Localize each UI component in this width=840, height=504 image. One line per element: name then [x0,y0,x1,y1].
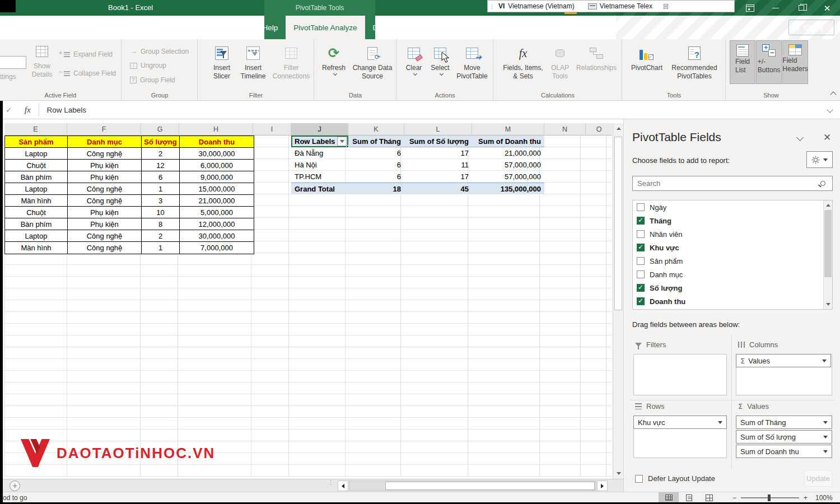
pivot-cell-sum-doanh-thu[interactable]: 21,000,000 [472,147,544,159]
rows-area-item-khu-vuc[interactable]: Khu vực [633,416,727,429]
ribbon-tab[interactable]: age Layout [0,16,53,39]
group-selection-button[interactable]: → Group Selection [130,47,189,55]
relationships-button[interactable]: Relationships [572,44,620,72]
field-item[interactable]: Tháng [633,214,832,227]
pivot-cell-sum-so-luong[interactable]: 17 [404,171,472,183]
pivot-cell-sum-thang[interactable]: 6 [348,147,404,159]
language-code[interactable]: VI [498,2,505,10]
olap-tools-button[interactable]: OLAP Tools [548,44,572,81]
fields-items-sets-button[interactable]: fx Fields, Items, & Sets [498,44,548,81]
pivot-cell-sum-doanh-thu[interactable]: 57,000,000 [472,159,544,171]
source-header-cell[interactable]: Danh mục [68,136,142,148]
cell-danh-muc[interactable]: Công nghệ [68,195,142,207]
values-area-item[interactable]: Sum of Số lượng [736,430,832,444]
horizontal-scrollbar[interactable] [349,480,596,491]
cell-so-luong[interactable]: 1 [142,242,180,254]
cell-danh-muc[interactable]: Phụ kiện [68,218,142,230]
pivot-cell-region[interactable]: Đà Nẵng [291,147,348,159]
language-bar-grip-icon[interactable]: ⋮ [489,3,495,10]
cell-danh-muc[interactable]: Phụ kiện [68,207,142,218]
ime-name[interactable]: Vietnamese Telex [600,2,652,10]
page-layout-view-button[interactable] [679,492,699,503]
ribbon-tab[interactable]: View [172,16,204,39]
field-checkbox[interactable] [637,244,645,251]
ribbon-tab[interactable]: Data [100,16,132,39]
insert-function-icon[interactable]: fx [25,105,31,115]
cell-so-luong[interactable]: 1 [142,183,180,195]
cell-doanh-thu[interactable]: 21,000,000 [180,195,254,207]
cell-san-pham[interactable]: Laptop [5,183,68,195]
column-header[interactable]: E [4,123,67,136]
cell-danh-muc[interactable]: Phụ kiện [68,171,142,183]
column-header[interactable]: J [291,123,348,136]
pivot-cell-region[interactable]: TP.HCM [291,171,348,183]
cell-doanh-thu[interactable]: 15,000,000 [180,183,254,195]
zoom-level[interactable]: 100% [815,494,833,502]
field-list-scrollbar-thumb[interactable] [824,210,832,277]
cell-doanh-thu[interactable]: 9,000,000 [180,171,254,183]
cell-san-pham[interactable]: Màn hình [5,195,68,207]
pane-options-chevron-icon[interactable] [796,134,804,141]
pivot-cell-sum-so-luong[interactable]: 11 [404,159,472,171]
zoom-slider[interactable] [741,497,799,498]
filter-connections-button[interactable]: Filter Connections [270,44,312,81]
field-item[interactable]: Doanh thu [633,295,832,308]
close-button[interactable]: ✕ [814,0,840,16]
grand-total-cell[interactable]: 45 [404,183,472,194]
ribbon-tab[interactable]: Formulas [53,16,100,39]
cell-so-luong[interactable]: 6 [142,171,180,183]
field-checkbox[interactable] [637,217,645,225]
pivot-cell-sum-doanh-thu[interactable]: 57,000,000 [472,171,544,183]
ribbon-tab[interactable]: Review [132,16,172,39]
row-labels-filter-dropdown[interactable] [337,137,347,146]
column-header[interactable]: L [404,123,472,136]
filters-area-box[interactable] [633,354,727,395]
item-dropdown-icon[interactable] [823,421,828,424]
column-header[interactable]: O [586,123,612,136]
formula-bar-value[interactable]: Row Labels [47,106,828,114]
cell-san-pham[interactable]: Màn hình [5,242,68,254]
field-list-toggle[interactable]: Field List [730,40,755,84]
cell-danh-muc[interactable]: Công nghệ [68,242,142,254]
recommended-pivottables-button[interactable]: Recommended PivotTables [666,44,722,81]
column-header[interactable]: K [348,123,404,136]
plus-minus-buttons-toggle[interactable]: +− +/- Buttons [756,40,782,84]
column-header[interactable]: F [67,123,141,136]
scroll-left-button[interactable] [338,480,348,491]
field-item[interactable]: Danh mục [633,268,832,281]
change-data-source-button[interactable]: ⟳ Change Data Source [348,44,396,81]
pivot-cell-region[interactable]: Hà Nội [291,159,348,171]
column-header[interactable]: H [179,123,253,136]
field-item[interactable]: Ngày [633,200,832,214]
field-item[interactable]: Số lượng [633,281,832,295]
scroll-right-button[interactable] [597,480,608,491]
cell-san-pham[interactable]: Chuột [5,207,68,218]
formula-bar-expand-icon[interactable] [827,106,833,113]
pivotchart-button[interactable]: PivotChart [627,44,666,72]
collapse-ribbon-button[interactable] [830,91,836,97]
cell-san-pham[interactable]: Laptop [5,230,68,242]
cell-so-luong[interactable]: 8 [142,218,180,230]
source-header-cell[interactable]: Sản phẩm [5,136,68,148]
tools-gear-button[interactable] [806,151,833,168]
column-header[interactable]: M [472,123,544,136]
field-list-scroll-up[interactable] [824,201,832,209]
restore-button[interactable] [788,0,814,16]
share-button[interactable]: Share [788,20,834,35]
item-dropdown-icon[interactable] [823,450,828,453]
column-header[interactable]: N [544,123,586,136]
search-icon[interactable] [820,181,825,186]
language-name[interactable]: Vietnamese (Vietnam) [508,2,574,10]
cell-doanh-thu[interactable]: 7,000,000 [180,242,254,254]
source-header-cell[interactable]: Doanh thu [180,136,254,148]
pane-close-icon[interactable]: ✕ [823,132,831,143]
grand-total-cell[interactable]: 135,000,000 [472,183,544,194]
pivot-header-sum-doanh-thu[interactable]: Sum of Doanh thu [472,136,544,147]
field-list-scroll-down[interactable] [824,300,832,309]
field-checkbox[interactable] [637,257,645,265]
cell-san-pham[interactable]: Bàn phím [5,218,68,230]
cell-doanh-thu[interactable]: 30,000,000 [180,230,254,242]
group-field-button[interactable]: 7 Group Field [130,76,175,84]
scrollbar-resize-grip[interactable]: ⋮ [328,481,334,484]
field-checkbox[interactable] [637,284,645,292]
